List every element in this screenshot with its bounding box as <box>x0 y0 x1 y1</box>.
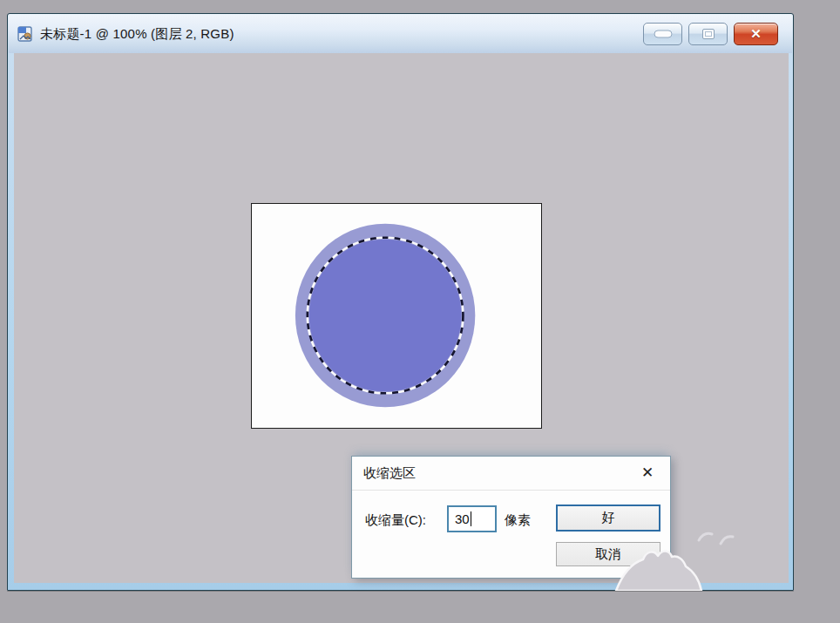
dialog-title: 收缩选区 <box>363 465 416 482</box>
window-title: 未标题-1 @ 100% (图层 2, RGB) <box>40 26 234 43</box>
dialog-titlebar[interactable]: 收缩选区 ✕ <box>352 457 670 491</box>
minimize-icon <box>654 30 672 38</box>
text-caret <box>471 511 471 526</box>
window-controls: ✕ <box>643 23 783 45</box>
image-canvas[interactable] <box>251 203 542 429</box>
window-titlebar[interactable]: 未标题-1 @ 100% (图层 2, RGB) ✕ <box>9 15 792 53</box>
desktop-background: 未标题-1 @ 100% (图层 2, RGB) ✕ <box>0 0 840 623</box>
photoshop-document-icon <box>17 26 33 42</box>
minimize-button[interactable] <box>643 23 682 45</box>
inner-circle <box>309 240 462 392</box>
dialog-close-icon[interactable]: ✕ <box>636 462 659 484</box>
restore-button[interactable] <box>688 23 728 45</box>
shrink-amount-label: 收缩量(C): <box>365 508 426 532</box>
restore-icon <box>702 29 715 39</box>
close-icon: ✕ <box>750 26 762 41</box>
ok-button[interactable]: 好 <box>556 504 660 532</box>
shrink-amount-value: 30 <box>455 511 470 526</box>
circle-artwork <box>252 204 541 428</box>
close-button[interactable]: ✕ <box>734 23 778 45</box>
click-motion-marks-icon <box>694 523 739 551</box>
shrink-amount-input[interactable]: 30 <box>447 505 497 532</box>
hand-cursor-icon <box>613 545 708 591</box>
pixels-unit-label: 像素 <box>505 508 531 532</box>
